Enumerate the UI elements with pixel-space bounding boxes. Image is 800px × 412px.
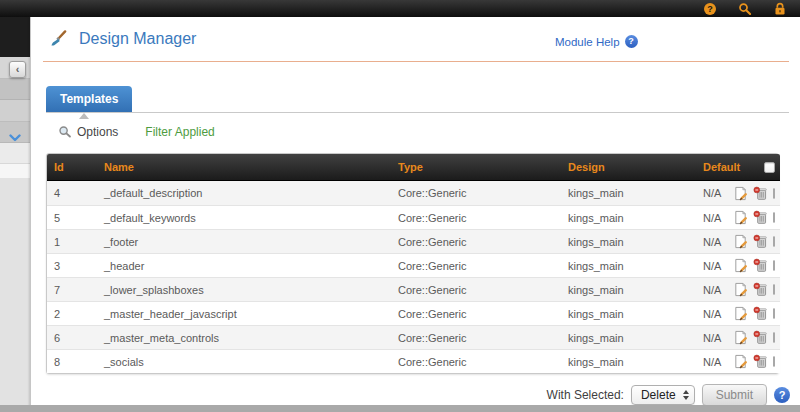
delete-template-icon[interactable] bbox=[753, 282, 768, 297]
table-row: 6 _master_meta_controls Core::Generic ki… bbox=[47, 325, 780, 349]
cell-design: kings_main bbox=[561, 205, 696, 229]
lock-icon[interactable] bbox=[774, 2, 786, 16]
column-header-design: Design bbox=[561, 154, 696, 181]
row-actions bbox=[740, 186, 780, 201]
cell-type: Core::Generic bbox=[391, 325, 561, 349]
row-actions bbox=[740, 234, 780, 249]
edit-template-icon[interactable] bbox=[733, 306, 748, 321]
table-row: 8 _socials Core::Generic kings_main N/A bbox=[47, 349, 780, 373]
row-actions bbox=[740, 354, 780, 369]
column-header-type: Type bbox=[391, 154, 561, 181]
delete-template-icon[interactable] bbox=[753, 330, 768, 345]
cell-id: 7 bbox=[47, 277, 97, 301]
table-row: 3 _header Core::Generic kings_main N/A bbox=[47, 253, 780, 277]
delete-template-icon[interactable] bbox=[753, 354, 768, 369]
row-checkbox[interactable] bbox=[773, 236, 775, 247]
row-actions bbox=[740, 210, 780, 225]
cell-default: N/A bbox=[696, 205, 733, 229]
cell-id: 1 bbox=[47, 229, 97, 253]
row-checkbox[interactable] bbox=[773, 284, 775, 295]
sidebar-band bbox=[0, 79, 30, 100]
row-checkbox[interactable] bbox=[773, 308, 775, 319]
edit-template-icon[interactable] bbox=[733, 186, 748, 201]
sidebar-header-block bbox=[0, 17, 30, 57]
footer-help-icon[interactable]: ? bbox=[774, 387, 790, 403]
cell-type: Core::Generic bbox=[391, 277, 561, 301]
cell-design: kings_main bbox=[561, 253, 696, 277]
table-body: 4 _default_description Core::Generic kin… bbox=[47, 181, 780, 373]
cell-default: N/A bbox=[696, 277, 733, 301]
delete-template-icon[interactable] bbox=[753, 234, 768, 249]
bulk-action-bar: With Selected: Delete Submit ? bbox=[547, 384, 790, 406]
cell-name: _default_keywords bbox=[97, 205, 391, 229]
sidebar-collapsed: ‹ bbox=[0, 17, 30, 412]
cell-name: _default_description bbox=[97, 181, 391, 205]
with-selected-label: With Selected: bbox=[547, 388, 624, 402]
cell-type: Core::Generic bbox=[391, 181, 561, 205]
row-actions bbox=[740, 306, 780, 321]
cell-name: _footer bbox=[97, 229, 391, 253]
cell-default: N/A bbox=[696, 181, 733, 205]
help-icon[interactable]: ? bbox=[704, 3, 716, 15]
cell-name: _lower_splashboxes bbox=[97, 277, 391, 301]
row-actions bbox=[740, 258, 780, 273]
row-actions bbox=[740, 330, 780, 345]
column-header-name: Name bbox=[97, 154, 391, 181]
cell-design: kings_main bbox=[561, 181, 696, 205]
topbar: ? bbox=[0, 0, 800, 17]
delete-template-icon[interactable] bbox=[753, 210, 768, 225]
search-icon[interactable] bbox=[738, 2, 752, 16]
table-row: 5 _default_keywords Core::Generic kings_… bbox=[47, 205, 780, 229]
sidebar-collapse-button[interactable]: ‹ bbox=[9, 61, 26, 78]
tab-underline bbox=[46, 112, 789, 113]
row-checkbox[interactable] bbox=[773, 212, 775, 223]
cell-id: 3 bbox=[47, 253, 97, 277]
column-header-default: Default bbox=[696, 154, 733, 181]
tab-templates[interactable]: Templates bbox=[46, 86, 132, 112]
page-header: Design Manager bbox=[49, 29, 196, 48]
edit-template-icon[interactable] bbox=[733, 258, 748, 273]
module-help-label: Module Help bbox=[555, 36, 620, 48]
edit-template-icon[interactable] bbox=[733, 282, 748, 297]
bulk-action-select[interactable]: Delete bbox=[631, 385, 695, 405]
delete-template-icon[interactable] bbox=[753, 306, 768, 321]
chevron-down-icon[interactable] bbox=[9, 128, 21, 146]
row-checkbox[interactable] bbox=[773, 356, 775, 367]
bulk-action-value: Delete bbox=[641, 388, 676, 402]
edit-template-icon[interactable] bbox=[733, 234, 748, 249]
cell-type: Core::Generic bbox=[391, 349, 561, 373]
submit-button[interactable]: Submit bbox=[702, 384, 767, 406]
select-all-checkbox[interactable] bbox=[764, 162, 775, 173]
table-row: 1 _footer Core::Generic kings_main N/A bbox=[47, 229, 780, 253]
sidebar-band bbox=[0, 178, 30, 412]
cell-id: 8 bbox=[47, 349, 97, 373]
delete-template-icon[interactable] bbox=[753, 186, 768, 201]
delete-template-icon[interactable] bbox=[753, 258, 768, 273]
filter-applied-link[interactable]: Filter Applied bbox=[145, 125, 214, 139]
row-checkbox[interactable] bbox=[773, 260, 775, 271]
module-help-icon[interactable]: ? bbox=[625, 35, 638, 48]
cell-type: Core::Generic bbox=[391, 253, 561, 277]
module-help-link[interactable]: Module Help ? bbox=[555, 35, 638, 48]
table-header-row: Id Name Type Design Default bbox=[47, 154, 780, 181]
edit-template-icon[interactable] bbox=[733, 330, 748, 345]
row-checkbox[interactable] bbox=[773, 188, 775, 199]
cell-default: N/A bbox=[696, 229, 733, 253]
cell-type: Core::Generic bbox=[391, 301, 561, 325]
table-row: 4 _default_description Core::Generic kin… bbox=[47, 181, 780, 205]
page-title: Design Manager bbox=[79, 30, 196, 48]
options-label: Options bbox=[77, 125, 118, 139]
cell-name: _socials bbox=[97, 349, 391, 373]
edit-template-icon[interactable] bbox=[733, 354, 748, 369]
cell-default: N/A bbox=[696, 325, 733, 349]
table-row: 2 _master_header_javascript Core::Generi… bbox=[47, 301, 780, 325]
cell-design: kings_main bbox=[561, 325, 696, 349]
cell-default: N/A bbox=[696, 253, 733, 277]
edit-template-icon[interactable] bbox=[733, 210, 748, 225]
options-button[interactable]: Options bbox=[58, 125, 118, 139]
row-checkbox[interactable] bbox=[773, 332, 775, 343]
bottom-edge-strip bbox=[0, 405, 800, 412]
cell-id: 4 bbox=[47, 181, 97, 205]
sidebar-band bbox=[0, 143, 30, 164]
cell-id: 6 bbox=[47, 325, 97, 349]
